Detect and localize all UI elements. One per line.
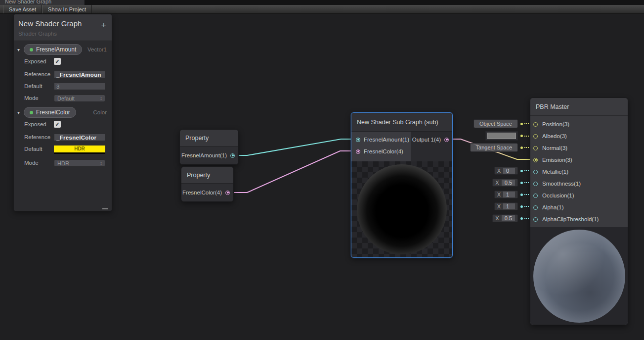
input-port-smoothness[interactable] bbox=[533, 182, 538, 186]
port-label: Normal(3) bbox=[542, 145, 567, 151]
alphaclip-value-widget: X0.5 bbox=[492, 214, 529, 222]
subgraph-node[interactable]: New Shader Sub Graph (sub) FresnelAmount… bbox=[351, 112, 453, 258]
position-space-widget: Object Space bbox=[473, 119, 529, 128]
property-node-fresnelcolor[interactable]: Property FresnelColor(4) bbox=[181, 166, 234, 202]
input-port-fresnelcolor[interactable] bbox=[356, 149, 360, 154]
exposed-dot-icon bbox=[30, 111, 33, 114]
port-label: Albedo(3) bbox=[542, 133, 567, 139]
widget-connector bbox=[520, 182, 529, 184]
chevron-down-icon[interactable]: ▾ bbox=[17, 47, 20, 52]
port-label: Output 1(4) bbox=[412, 137, 441, 143]
pbr-master-node[interactable]: PBR Master Position(3) Albedo(3) Normal(… bbox=[530, 97, 628, 325]
blackboard-title: New Shader Graph bbox=[18, 19, 82, 28]
input-port-position[interactable] bbox=[533, 122, 538, 127]
port-label: Alpha(1) bbox=[542, 204, 563, 210]
pbr-preview-sphere bbox=[533, 230, 625, 323]
widget-connector bbox=[520, 135, 529, 137]
port-label: FresnelAmount(1) bbox=[364, 137, 409, 143]
property-row-fresnelamount: ▾ FresnelAmount Vector1 bbox=[14, 43, 112, 56]
widget-connector bbox=[520, 123, 529, 125]
occlusion-field[interactable]: X1 bbox=[494, 191, 518, 198]
exposed-checkbox[interactable]: ✓ bbox=[54, 58, 61, 65]
exposed-row: Exposed ✓ bbox=[14, 56, 112, 67]
property-pill-fresnelcolor[interactable]: FresnelColor bbox=[24, 107, 76, 118]
input-port-occlusion[interactable] bbox=[533, 194, 538, 198]
dropdown-arrows-icon: ↕ bbox=[100, 160, 102, 167]
port-label: Emission(3) bbox=[542, 157, 572, 163]
reference-field[interactable]: _FresnelAmoun bbox=[54, 71, 105, 78]
property-row-fresnelcolor: ▾ FresnelColor Color bbox=[14, 106, 112, 119]
input-port-alpha[interactable] bbox=[533, 205, 538, 210]
property-type-label: Color bbox=[93, 109, 107, 115]
output-port-fresnelamount[interactable] bbox=[230, 153, 235, 158]
subgraph-outputs: Output 1(4) bbox=[412, 134, 452, 146]
alpha-value-widget: X1 bbox=[494, 202, 529, 210]
subgraph-preview bbox=[351, 161, 452, 257]
alpha-field[interactable]: X1 bbox=[494, 202, 518, 210]
alphaclip-field[interactable]: X0.5 bbox=[492, 214, 518, 222]
dropdown-arrows-icon: ↕ bbox=[100, 95, 102, 102]
exposed-checkbox[interactable]: ✓ bbox=[54, 121, 61, 128]
mode-row: Mode HDR ↕ bbox=[14, 157, 112, 168]
property-node-fresnelamount[interactable]: Property FresnelAmount(1) bbox=[179, 129, 239, 165]
normal-space-widget: Tangent Space bbox=[470, 143, 529, 152]
widget-connector bbox=[520, 170, 529, 172]
property-type-label: Vector1 bbox=[87, 47, 107, 52]
toolbar: Save Asset Show In Project bbox=[0, 5, 644, 14]
mode-dropdown[interactable]: HDR ↕ bbox=[54, 159, 105, 167]
input-port-fresnelamount[interactable] bbox=[356, 138, 360, 142]
occlusion-value-widget: X1 bbox=[494, 191, 529, 198]
tab-new-shader-graph[interactable]: New Shader Graph bbox=[0, 0, 85, 5]
exposed-row: Exposed ✓ bbox=[14, 119, 112, 130]
default-color-swatch[interactable]: HDR bbox=[54, 146, 105, 152]
output-port-fresnelcolor[interactable] bbox=[225, 191, 230, 195]
node-title: Property bbox=[180, 130, 238, 146]
mode-dropdown[interactable]: Default ↕ bbox=[54, 95, 105, 102]
input-port-normal[interactable] bbox=[533, 146, 538, 150]
pbr-master-preview bbox=[530, 227, 628, 325]
port-label: FresnelColor(4) bbox=[182, 190, 222, 195]
chevron-down-icon[interactable]: ▾ bbox=[17, 110, 20, 115]
blackboard-resize-handle[interactable] bbox=[102, 208, 108, 209]
mode-row: Mode Default ↕ bbox=[14, 93, 112, 103]
node-title: PBR Master bbox=[530, 98, 628, 116]
widget-connector bbox=[520, 217, 529, 220]
save-asset-button[interactable]: Save Asset bbox=[3, 5, 42, 13]
output-port-output1[interactable] bbox=[444, 138, 449, 142]
add-property-button[interactable]: + bbox=[101, 21, 106, 30]
reference-row: Reference _FresnelAmoun bbox=[14, 69, 112, 80]
widget-connector bbox=[520, 205, 529, 208]
tab-strip: New Shader Graph bbox=[0, 0, 644, 5]
tab-title: New Shader Graph bbox=[5, 0, 51, 4]
smoothness-field[interactable]: X0.5 bbox=[492, 179, 518, 187]
metallic-value-widget: X0 bbox=[494, 167, 529, 175]
reference-field[interactable]: _FresnelColor bbox=[54, 134, 105, 141]
exposed-dot-icon bbox=[30, 48, 33, 51]
show-in-project-button[interactable]: Show In Project bbox=[42, 5, 92, 13]
normal-space-dropdown[interactable]: Tangent Space bbox=[470, 143, 518, 152]
pbr-master-inputs: Position(3) Albedo(3) Normal(3) Emission… bbox=[530, 116, 628, 225]
blackboard-panel[interactable]: New Shader Graph Shader Graphs + ▾ Fresn… bbox=[13, 14, 112, 211]
widget-connector bbox=[520, 146, 529, 149]
input-port-albedo[interactable] bbox=[533, 134, 538, 139]
default-field[interactable]: 3 bbox=[54, 83, 105, 90]
graph-canvas[interactable]: Property FresnelAmount(1) Property Fresn… bbox=[0, 14, 644, 340]
fresnel-preview-sphere bbox=[357, 164, 447, 254]
albedo-color-widget bbox=[485, 131, 529, 141]
blackboard-subtitle: Shader Graphs bbox=[18, 31, 57, 37]
blackboard-header: New Shader Graph Shader Graphs + bbox=[14, 14, 112, 41]
albedo-color-swatch[interactable] bbox=[485, 131, 518, 141]
port-label: Occlusion(1) bbox=[542, 193, 574, 198]
node-title: Property bbox=[181, 167, 233, 184]
property-pill-fresnelamount[interactable]: FresnelAmount bbox=[24, 44, 82, 55]
smoothness-value-widget: X0.5 bbox=[492, 179, 529, 187]
input-port-emission[interactable] bbox=[533, 158, 538, 162]
subgraph-inputs: FresnelAmount(1) FresnelColor(4) bbox=[351, 132, 411, 161]
reference-row: Reference _FresnelColor bbox=[14, 132, 112, 143]
port-label: Metallic(1) bbox=[542, 169, 568, 175]
metallic-field[interactable]: X0 bbox=[494, 167, 518, 175]
input-port-metallic[interactable] bbox=[533, 170, 538, 174]
position-space-dropdown[interactable]: Object Space bbox=[473, 119, 518, 128]
default-row: Default HDR bbox=[14, 144, 112, 154]
input-port-alphaclipthreshold[interactable] bbox=[533, 217, 538, 222]
